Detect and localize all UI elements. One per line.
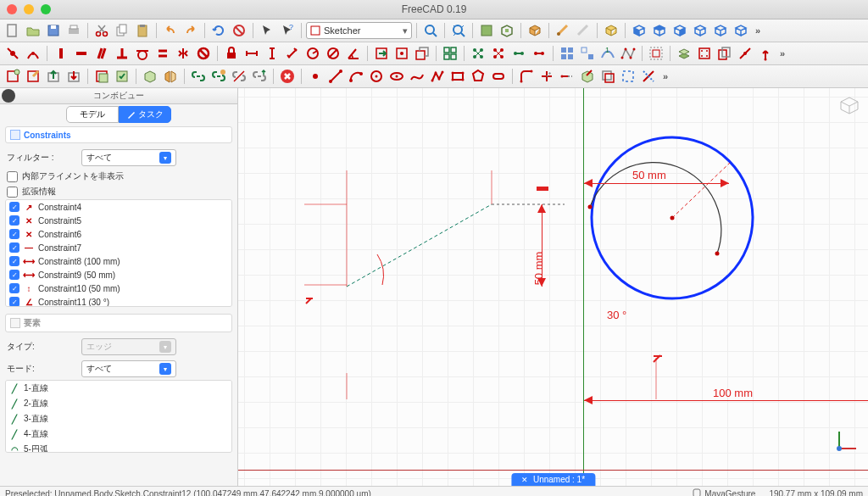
view-right-icon[interactable] — [670, 21, 689, 40]
dist-h-icon[interactable] — [242, 44, 261, 63]
select-conflict-icon[interactable] — [469, 44, 487, 63]
view-top-icon[interactable] — [650, 21, 669, 40]
constraint-item[interactable]: ✓↗Constraint4 — [6, 200, 231, 214]
close-icon[interactable] — [7, 4, 17, 14]
perpendicular-icon[interactable] — [113, 44, 131, 63]
show-all-icon[interactable] — [558, 44, 576, 63]
sk-trim-icon[interactable] — [537, 67, 556, 86]
part-icon[interactable] — [602, 21, 620, 40]
more-icon[interactable]: » — [659, 71, 671, 81]
zoom-all-icon[interactable] — [449, 21, 468, 40]
new-file-icon[interactable] — [3, 21, 22, 40]
stop-icon[interactable] — [278, 67, 297, 86]
radius-icon[interactable] — [303, 44, 322, 63]
distance-icon[interactable] — [283, 44, 302, 63]
symmetric-icon[interactable] — [174, 44, 192, 63]
view-bottom-icon[interactable] — [711, 21, 730, 40]
vertical-icon[interactable] — [52, 44, 70, 63]
element-item[interactable]: ╱3-直線 — [6, 411, 231, 426]
angle-icon[interactable] — [344, 44, 363, 63]
dim-angle[interactable]: 30 ° — [607, 309, 626, 321]
sk-line-icon[interactable] — [326, 67, 345, 86]
import-sketch-icon[interactable] — [64, 67, 83, 86]
sk-toggle-icon[interactable] — [639, 67, 658, 86]
gear-icon[interactable] — [2, 89, 15, 103]
sk-arc-icon[interactable] — [347, 67, 365, 86]
measure-icon[interactable] — [554, 21, 572, 40]
sk-ellipse-icon[interactable] — [387, 67, 406, 86]
reorient-icon[interactable] — [92, 67, 111, 86]
mode-select[interactable]: すべて▾ — [81, 360, 176, 377]
save-icon[interactable] — [44, 21, 63, 40]
refresh-icon[interactable] — [209, 21, 228, 40]
diameter-icon[interactable] — [324, 44, 342, 63]
element-item[interactable]: ╱2-直線 — [6, 396, 231, 411]
sk-poly-icon[interactable] — [469, 67, 487, 86]
sk-circle-icon[interactable] — [367, 67, 386, 86]
sk-polyline-icon[interactable] — [428, 67, 447, 86]
bspline-poly-icon[interactable] — [619, 44, 637, 63]
virtual-space-icon[interactable] — [647, 44, 665, 63]
redo-icon[interactable] — [181, 21, 200, 40]
constraint-item[interactable]: ✓—Constraint7 — [6, 241, 231, 254]
select-redundant-icon[interactable] — [489, 44, 508, 63]
link-unlink-icon[interactable] — [230, 67, 248, 86]
edit-sketch-icon[interactable] — [24, 67, 42, 86]
clone-icon[interactable] — [695, 44, 714, 63]
collapse-icon[interactable] — [10, 318, 20, 328]
constraint-item[interactable]: ✓↕Constraint10 (50 mm) — [6, 281, 231, 295]
cursor-icon[interactable] — [258, 21, 276, 40]
sk-rect-icon[interactable] — [448, 67, 467, 86]
minimize-icon[interactable] — [24, 4, 34, 14]
delete-all-icon[interactable] — [736, 44, 754, 63]
constraint-item[interactable]: ✓∠Constraint11 (30 °) — [6, 295, 231, 307]
tab-model[interactable]: モデル — [66, 106, 119, 123]
coincident-icon[interactable] — [3, 44, 22, 63]
dist-v-icon[interactable] — [263, 44, 281, 63]
help-icon[interactable]: ? — [278, 21, 297, 40]
tab-task[interactable]: タスク — [119, 106, 171, 123]
sk-slot-icon[interactable] — [489, 67, 508, 86]
lock-icon[interactable] — [222, 44, 241, 63]
nav-style[interactable]: MayaGesture — [693, 488, 755, 496]
more-icon[interactable]: » — [752, 25, 764, 36]
check-icon[interactable]: ✓ — [9, 256, 19, 266]
open-file-icon[interactable] — [24, 21, 42, 40]
view-left-icon[interactable] — [732, 21, 750, 40]
merge-icon[interactable] — [141, 67, 159, 86]
point-on-icon[interactable] — [24, 44, 42, 63]
horizontal-icon[interactable] — [72, 44, 91, 63]
link-replace-icon[interactable] — [209, 67, 228, 86]
copy-icon[interactable] — [113, 21, 131, 40]
axis-icon[interactable] — [756, 44, 775, 63]
iso-icon[interactable] — [526, 21, 544, 40]
undo-icon[interactable] — [161, 21, 180, 40]
document-tab[interactable]: ✕Unnamed : 1* — [511, 473, 595, 486]
check-icon[interactable]: ✓ — [9, 270, 19, 280]
check-icon[interactable]: ✓ — [9, 215, 19, 226]
tangent-icon[interactable] — [133, 44, 152, 63]
cut-icon[interactable] — [92, 21, 111, 40]
new-sketch-icon[interactable] — [3, 67, 22, 86]
link-import-icon[interactable] — [250, 67, 269, 86]
sk-bspline-icon[interactable] — [408, 67, 426, 86]
view-sketch-icon[interactable] — [392, 44, 411, 63]
check-icon[interactable]: ✓ — [9, 229, 19, 239]
sk-extend-icon[interactable] — [558, 67, 576, 86]
element-list[interactable]: ╱1-直線╱2-直線╱3-直線╱4-直線◠5-円弧 — [5, 380, 232, 453]
constraint-item[interactable]: ✓⟷Constraint9 (50 mm) — [6, 268, 231, 281]
measure-clear-icon[interactable] — [574, 21, 593, 40]
filter-select[interactable]: すべて▾ — [81, 149, 176, 166]
draw-style-icon[interactable] — [477, 21, 496, 40]
view-front-icon[interactable] — [630, 21, 648, 40]
sk-point-icon[interactable] — [306, 67, 325, 86]
constraint-item[interactable]: ✓⟷Constraint8 (100 mm) — [6, 254, 231, 268]
bbox-icon[interactable] — [498, 21, 516, 40]
element-item[interactable]: ╱1-直線 — [6, 381, 231, 396]
mirror-icon[interactable] — [161, 67, 180, 86]
hide-internal-icon[interactable] — [578, 44, 597, 63]
dim-100[interactable]: 100 mm — [713, 387, 753, 399]
bspline-degree-icon[interactable]: 1 — [598, 44, 617, 63]
collapse-icon[interactable] — [10, 130, 20, 140]
dim-50v[interactable]: 50 mm — [532, 252, 545, 286]
